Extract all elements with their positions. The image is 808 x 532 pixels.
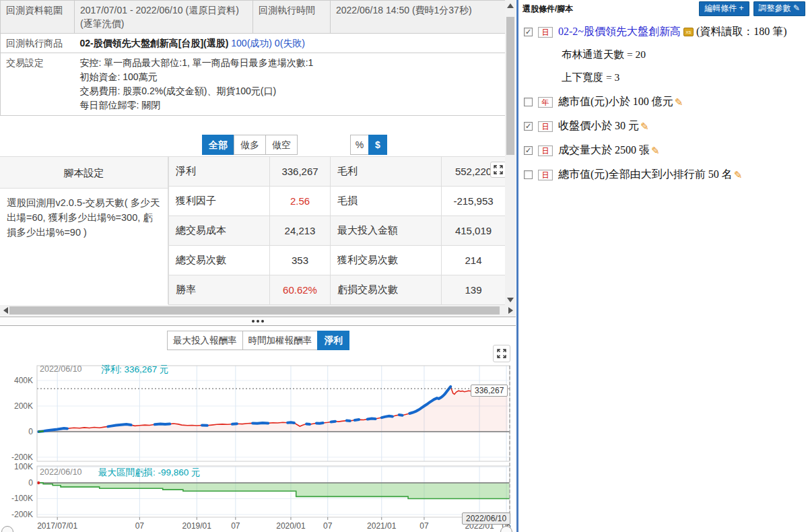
filter-long-button[interactable]: 做多 <box>234 135 266 155</box>
condition-checkbox[interactable] <box>524 170 533 179</box>
scroll-up-arrow[interactable] <box>505 0 516 11</box>
horizontal-scroll-thumb[interactable] <box>9 306 500 314</box>
svg-text:200K: 200K <box>14 401 33 411</box>
table-row: 總交易次數 353 獲利交易次數 214 <box>169 246 506 275</box>
stat-label: 勝率 <box>169 275 270 305</box>
stat-value: 139 <box>442 275 506 305</box>
percent-toggle-button[interactable]: % <box>350 135 369 155</box>
script-param-bollinger-days: 布林通道天數 = 20 <box>562 48 805 62</box>
condition-label: 成交量大於 2500 張 <box>558 143 650 158</box>
horizontal-scrollbar[interactable] <box>0 305 516 316</box>
filter-all-button[interactable]: 全部 <box>202 135 234 155</box>
stat-value: 214 <box>442 246 506 275</box>
edit-pencil-icon[interactable]: ✎ <box>675 96 683 108</box>
info-value-settings: 安控: 單一商品最大部位:1, 單一商品每日最多進場次數:1 初始資金: 100… <box>75 53 506 116</box>
condition-label: 收盤價小於 30 元 <box>558 119 639 133</box>
frequency-badge: 年 <box>538 97 553 108</box>
table-row: 獲利因子 2.56 毛損 -215,953 <box>169 187 506 216</box>
table-row: 總交易成本 24,213 最大投入金額 415,019 <box>169 216 506 246</box>
svg-text:100K: 100K <box>14 462 33 471</box>
edit-pencil-icon[interactable]: ✎ <box>640 121 649 133</box>
condition-checkbox[interactable]: ✓ <box>524 146 533 155</box>
max-drawdown-readout: 最大區間虧損: -99,860 元 <box>98 467 201 479</box>
net-profit-readout: 淨利: 336,267 元 <box>101 364 169 376</box>
stat-label: 最大投入金額 <box>331 216 442 246</box>
tab-max-investment-return[interactable]: 最大投入報酬率 <box>167 331 243 350</box>
condition-row-main-script: ✓ 日 02-2~股價領先大盤創新高 xs (資料讀取：180 筆) <box>524 25 805 39</box>
info-label-product: 回測執行商品 <box>1 34 75 53</box>
screening-title: 選股條件/腳本 <box>523 1 695 15</box>
script-param-band-width: 上下寬度 = 3 <box>562 71 805 85</box>
frequency-badge: 日 <box>538 121 553 132</box>
stat-label: 獲利因子 <box>169 187 270 216</box>
setting-line-risk: 安控: 單一商品最大部位:1, 單一商品每日最多進場次數:1 <box>80 56 500 70</box>
stat-value: 60.62% <box>270 275 331 305</box>
edit-pencil-icon[interactable]: ✎ <box>734 169 743 181</box>
table-row: 淨利 336,267 毛利 552,220 <box>169 157 506 187</box>
condition-row-rank: 日 總市值(元)全部由大到小排行前 50 名 ✎ <box>524 168 805 182</box>
scroll-down-arrow[interactable] <box>505 294 516 305</box>
stat-value: 2.56 <box>270 187 331 216</box>
chart-crosshair-date-top: 2022/06/10 <box>40 364 82 374</box>
info-value-runtime: 2022/06/18 14:50 (費時1分37秒) <box>331 1 506 34</box>
vertical-scrollbar[interactable] <box>505 0 516 305</box>
script-settings-title: 腳本設定 <box>0 156 168 189</box>
dollar-toggle-button[interactable]: $ <box>368 135 387 155</box>
stat-label: 獲利交易次數 <box>331 246 442 275</box>
stat-label: 毛損 <box>331 187 442 216</box>
stat-label: 總交易成本 <box>169 216 270 246</box>
scroll-right-arrow[interactable] <box>505 305 516 316</box>
svg-text:-200K: -200K <box>11 453 33 462</box>
filter-toolbar: 全部 做多 做空 % $ <box>0 133 505 156</box>
condition-checkbox[interactable]: ✓ <box>524 122 533 131</box>
backtest-report-window: 回測資料範圍 2017/07/01 - 2022/06/10 (還原日資料) (… <box>0 0 808 532</box>
stat-label: 總交易次數 <box>169 246 270 275</box>
svg-text:2021/01: 2021/01 <box>367 521 397 531</box>
svg-text:-100K: -100K <box>11 494 33 503</box>
frequency-badge: 日 <box>538 145 553 156</box>
xs-script-icon[interactable]: xs <box>683 28 694 36</box>
expand-stats-icon[interactable] <box>490 162 506 178</box>
tab-time-weighted-return[interactable]: 時間加權報酬率 <box>242 331 318 350</box>
splitter-grip-icon <box>252 320 264 323</box>
backtest-info-table: 回測資料範圍 2017/07/01 - 2022/06/10 (還原日資料) (… <box>0 0 506 116</box>
tab-net-profit[interactable]: 淨利 <box>317 331 349 350</box>
script-settings-panel: 腳本設定 選股回測用v2.0.5-交易天數( 多少天出場=60, 獲利多少出場%… <box>0 156 168 304</box>
product-status: 100(成功) 0(失敗) <box>231 38 305 48</box>
svg-text:07: 07 <box>231 521 240 531</box>
unit-toggle-group: % $ <box>350 135 387 155</box>
svg-text:0: 0 <box>28 427 33 436</box>
svg-text:2020/01: 2020/01 <box>276 521 306 531</box>
filter-short-button[interactable]: 做空 <box>265 135 298 155</box>
final-net-profit-flag: 336,267 <box>471 385 508 397</box>
position-filter-group: 全部 做多 做空 <box>202 135 298 155</box>
edit-pencil-icon[interactable]: ✎ <box>651 145 660 157</box>
chart-crosshair-date-bottom: 2022/06/10 <box>40 467 82 477</box>
equity-drawdown-chart[interactable]: 400K200K0-200K100K0-100K-200K2017/07/010… <box>0 327 516 532</box>
vertical-scroll-thumb[interactable] <box>506 17 514 155</box>
svg-text:07: 07 <box>323 521 333 531</box>
section-splitter-handle[interactable] <box>0 317 516 326</box>
svg-text:0: 0 <box>28 478 33 488</box>
setting-line-capital: 初始資金: 100萬元 <box>80 70 500 84</box>
script-link[interactable]: 02-2~股價領先大盤創新高 <box>558 25 681 39</box>
stat-label: 毛利 <box>331 157 442 187</box>
stat-label: 虧損交易次數 <box>331 275 442 305</box>
info-value-range: 2017/07/01 - 2022/06/10 (還原日資料) (逐筆洗價) <box>75 1 253 34</box>
info-label-settings: 交易設定 <box>1 53 75 116</box>
info-label-range: 回測資料範圍 <box>1 1 75 34</box>
equity-chart-section: 最大投入報酬率 時間加權報酬率 淨利 400K200K0-200K100K0-1… <box>0 327 516 532</box>
condition-label: 總市值(元)全部由大到小排行前 50 名 <box>558 168 733 182</box>
performance-stats-table: 淨利 336,267 毛利 552,220 獲利因子 2.56 毛損 -215,… <box>168 156 506 305</box>
condition-row-volume: ✓ 日 成交量大於 2500 張 ✎ <box>524 143 805 158</box>
stat-value: 353 <box>270 246 331 275</box>
stat-value: 336,267 <box>270 157 331 187</box>
adjust-params-button[interactable]: 調整參數 ✎ <box>753 1 805 16</box>
condition-checkbox[interactable]: ✓ <box>524 28 533 36</box>
condition-checkbox[interactable] <box>524 98 533 106</box>
svg-text:2019/01: 2019/01 <box>182 521 212 531</box>
info-label-runtime: 回測執行時間 <box>253 1 331 34</box>
setting-line-reset: 每日部位歸零: 關閉 <box>80 98 500 112</box>
svg-text:400K: 400K <box>14 376 33 385</box>
edit-conditions-button[interactable]: 編輯條件 + <box>699 1 749 16</box>
